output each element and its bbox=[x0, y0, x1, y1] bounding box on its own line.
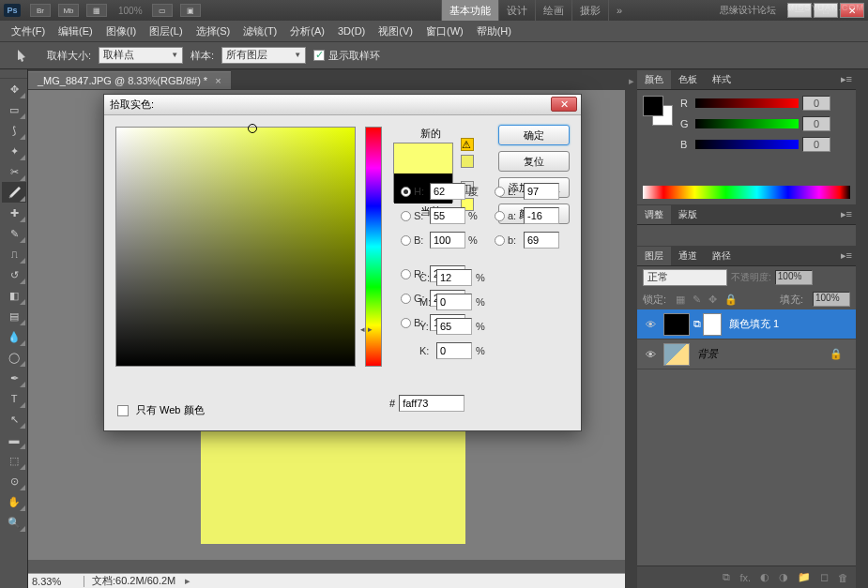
3d-tool[interactable]: ⬚ bbox=[2, 450, 26, 471]
g-slider[interactable] bbox=[695, 119, 799, 128]
wand-tool[interactable]: ✦ bbox=[2, 141, 26, 161]
tab-swatches[interactable]: 色板 bbox=[671, 70, 705, 89]
tab-color[interactable]: 颜色 bbox=[637, 70, 671, 89]
dialog-titlebar[interactable]: 拾取实色: ✕ bbox=[104, 95, 581, 115]
menu-analysis[interactable]: 分析(A) bbox=[284, 23, 330, 40]
type-tool[interactable]: T bbox=[2, 388, 26, 409]
saturation-brightness-picker[interactable] bbox=[115, 127, 356, 367]
panel-dock-collapse[interactable]: ▸ bbox=[625, 69, 637, 588]
window-maximize-button[interactable]: □ bbox=[814, 3, 838, 18]
camera-tool[interactable]: ⊙ bbox=[2, 471, 26, 491]
status-doc-info[interactable]: 文档:60.2M/60.2M bbox=[84, 574, 183, 588]
hand-tool[interactable]: ✋ bbox=[2, 491, 26, 512]
visibility-icon[interactable]: 👁 bbox=[641, 319, 660, 330]
r-radio[interactable] bbox=[401, 269, 411, 279]
blend-mode-select[interactable]: 正常 bbox=[643, 269, 727, 286]
web-only-checkbox[interactable] bbox=[117, 405, 129, 416]
a-input[interactable] bbox=[524, 207, 559, 224]
menu-edit[interactable]: 编辑(E) bbox=[53, 23, 99, 40]
link-layers-icon[interactable]: ⧉ bbox=[723, 571, 730, 583]
b-radio[interactable] bbox=[401, 235, 411, 246]
workspace-design[interactable]: 设计 bbox=[498, 0, 535, 21]
screenmode-icon[interactable]: ▣ bbox=[180, 4, 201, 17]
menu-view[interactable]: 视图(V) bbox=[373, 23, 419, 40]
stamp-tool[interactable]: ⎍ bbox=[2, 244, 26, 264]
b-input[interactable] bbox=[802, 137, 830, 152]
mask-thumbnail[interactable] bbox=[703, 313, 722, 336]
foreground-color-swatch[interactable] bbox=[643, 96, 663, 116]
hue-slider[interactable]: ◂ ▸ bbox=[365, 127, 382, 367]
reset-button[interactable]: 复位 bbox=[498, 151, 570, 172]
tab-layers[interactable]: 图层 bbox=[637, 247, 671, 265]
hex-input[interactable] bbox=[399, 395, 464, 412]
tab-styles[interactable]: 样式 bbox=[705, 70, 739, 89]
window-minimize-button[interactable]: — bbox=[787, 3, 812, 18]
view-extras-icon[interactable]: ▦ bbox=[86, 4, 107, 17]
menu-window[interactable]: 窗口(W) bbox=[420, 23, 469, 40]
sample-select[interactable]: 所有图层▼ bbox=[221, 47, 306, 64]
opacity-input[interactable]: 100% bbox=[775, 270, 813, 285]
lasso-tool[interactable]: ⟆ bbox=[2, 120, 26, 141]
lock-transparency-icon[interactable]: ▦ bbox=[676, 294, 685, 306]
b-slider[interactable] bbox=[695, 140, 799, 149]
history-brush-tool[interactable]: ↺ bbox=[2, 264, 26, 285]
s-input[interactable] bbox=[430, 207, 465, 224]
bv-input[interactable] bbox=[430, 232, 465, 249]
panel-menu-icon[interactable]: ▸≡ bbox=[837, 208, 856, 220]
h-radio[interactable] bbox=[401, 187, 411, 197]
layer-item[interactable]: 👁 背景 🔒 bbox=[637, 339, 856, 369]
tab-channels[interactable]: 通道 bbox=[671, 247, 705, 265]
spectrum-bar[interactable] bbox=[643, 186, 850, 199]
panel-menu-icon[interactable]: ▸≡ bbox=[837, 73, 856, 85]
menu-layer[interactable]: 图层(L) bbox=[144, 23, 188, 40]
layer-name[interactable]: 颜色填充 1 bbox=[729, 317, 779, 331]
k-input[interactable] bbox=[436, 342, 472, 359]
h-input[interactable] bbox=[430, 183, 465, 200]
m-input[interactable] bbox=[436, 294, 472, 310]
menu-filter[interactable]: 滤镜(T) bbox=[237, 23, 282, 40]
pen-tool[interactable]: ✒ bbox=[2, 368, 26, 388]
menu-file[interactable]: 文件(F) bbox=[6, 23, 51, 40]
layer-thumbnail[interactable] bbox=[663, 313, 690, 336]
crop-tool[interactable]: ✂ bbox=[2, 161, 26, 182]
workspace-photography[interactable]: 摄影 bbox=[571, 0, 608, 21]
g-input[interactable] bbox=[802, 116, 830, 131]
gradient-tool[interactable]: ▤ bbox=[2, 306, 26, 326]
lock-all-icon[interactable]: 🔒 bbox=[724, 294, 738, 306]
group-icon[interactable]: 📁 bbox=[798, 571, 811, 583]
heal-tool[interactable]: ✚ bbox=[2, 203, 26, 223]
shape-tool[interactable]: ▬ bbox=[2, 430, 26, 450]
brush-tool[interactable]: ✎ bbox=[2, 223, 26, 244]
document-tab[interactable]: _MG_8847.JPG @ 8.33%(RGB/8#) *× bbox=[28, 71, 231, 89]
workspace-more[interactable]: » bbox=[608, 0, 630, 21]
menu-3d[interactable]: 3D(D) bbox=[332, 23, 371, 38]
menu-select[interactable]: 选择(S) bbox=[190, 23, 236, 40]
layer-thumbnail[interactable] bbox=[663, 343, 690, 366]
dodge-tool[interactable]: ◯ bbox=[2, 347, 26, 368]
layer-fx-icon[interactable]: fx. bbox=[739, 572, 751, 583]
menu-image[interactable]: 图像(I) bbox=[100, 23, 142, 40]
gamut-swatch[interactable] bbox=[461, 155, 474, 168]
g-radio[interactable] bbox=[401, 294, 411, 304]
path-select-tool[interactable]: ↖ bbox=[2, 409, 26, 430]
arrange-icon[interactable]: ▭ bbox=[152, 4, 173, 17]
adjustment-layer-icon[interactable]: ◑ bbox=[779, 571, 788, 583]
s-radio[interactable] bbox=[401, 211, 411, 221]
move-tool[interactable]: ✥ bbox=[2, 79, 26, 99]
current-tool-icon[interactable] bbox=[9, 45, 38, 66]
panel-menu-icon[interactable]: ▸≡ bbox=[837, 249, 856, 262]
window-close-button[interactable]: ✕ bbox=[840, 3, 864, 18]
new-layer-icon[interactable]: ◻ bbox=[820, 571, 829, 583]
r-slider[interactable] bbox=[695, 98, 799, 108]
scrollbar-vertical[interactable] bbox=[856, 69, 868, 588]
gamut-warning-icon[interactable]: ⚠ bbox=[461, 138, 474, 151]
zoom-tool[interactable]: 🔍 bbox=[2, 512, 26, 533]
scrollbar-horizontal[interactable] bbox=[28, 560, 625, 573]
menu-help[interactable]: 帮助(H) bbox=[471, 23, 517, 40]
ok-button[interactable]: 确定 bbox=[498, 125, 570, 145]
delete-layer-icon[interactable]: 🗑 bbox=[838, 572, 848, 583]
color-cursor-icon[interactable] bbox=[248, 124, 257, 133]
a-radio[interactable] bbox=[495, 211, 505, 221]
eraser-tool[interactable]: ◧ bbox=[2, 285, 26, 306]
fill-input[interactable]: 100% bbox=[813, 292, 850, 307]
